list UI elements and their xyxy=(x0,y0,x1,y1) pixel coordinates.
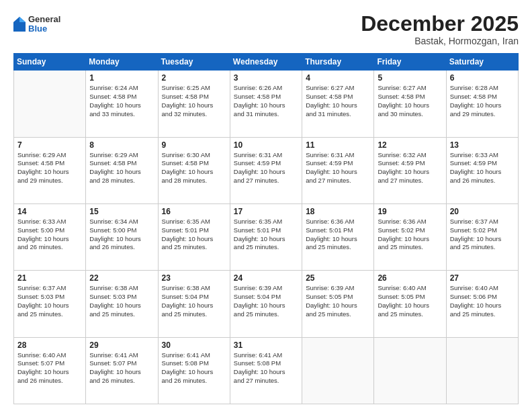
svg-marker-1 xyxy=(19,17,26,22)
calendar-weekday-saturday: Saturday xyxy=(446,54,518,71)
calendar-weekday-sunday: Sunday xyxy=(14,54,86,71)
title-block: December 2025 Bastak, Hormozgan, Iran xyxy=(361,12,519,46)
calendar-cell: 16Sunrise: 6:35 AM Sunset: 5:01 PM Dayli… xyxy=(158,203,230,270)
calendar-cell: 31Sunrise: 6:41 AM Sunset: 5:08 PM Dayli… xyxy=(230,337,302,404)
day-info: Sunrise: 6:31 AM Sunset: 4:59 PM Dayligh… xyxy=(234,151,298,185)
calendar-header-row: SundayMondayTuesdayWednesdayThursdayFrid… xyxy=(14,54,519,71)
day-info: Sunrise: 6:40 AM Sunset: 5:05 PM Dayligh… xyxy=(378,284,442,318)
day-info: Sunrise: 6:31 AM Sunset: 4:59 PM Dayligh… xyxy=(306,151,370,185)
day-number: 28 xyxy=(17,340,82,350)
calendar-cell: 12Sunrise: 6:32 AM Sunset: 4:59 PM Dayli… xyxy=(374,137,446,203)
calendar-cell: 9Sunrise: 6:30 AM Sunset: 4:58 PM Daylig… xyxy=(158,137,230,203)
calendar-cell: 8Sunrise: 6:29 AM Sunset: 4:58 PM Daylig… xyxy=(86,137,158,203)
day-number: 27 xyxy=(450,273,515,283)
calendar-cell: 14Sunrise: 6:33 AM Sunset: 5:00 PM Dayli… xyxy=(14,203,86,270)
day-info: Sunrise: 6:40 AM Sunset: 5:07 PM Dayligh… xyxy=(17,351,82,385)
day-info: Sunrise: 6:36 AM Sunset: 5:02 PM Dayligh… xyxy=(378,218,442,252)
logo-text: General Blue xyxy=(28,15,60,34)
day-number: 19 xyxy=(378,207,442,216)
day-number: 17 xyxy=(234,207,298,216)
day-number: 14 xyxy=(17,207,82,216)
calendar-cell xyxy=(302,337,374,404)
day-number: 21 xyxy=(17,273,82,283)
day-info: Sunrise: 6:41 AM Sunset: 5:07 PM Dayligh… xyxy=(89,351,154,385)
day-info: Sunrise: 6:30 AM Sunset: 4:58 PM Dayligh… xyxy=(162,151,226,185)
calendar-cell: 25Sunrise: 6:39 AM Sunset: 5:05 PM Dayli… xyxy=(302,271,374,337)
day-info: Sunrise: 6:25 AM Sunset: 4:58 PM Dayligh… xyxy=(162,84,226,118)
calendar-cell: 29Sunrise: 6:41 AM Sunset: 5:07 PM Dayli… xyxy=(86,337,158,404)
week-row-3: 14Sunrise: 6:33 AM Sunset: 5:00 PM Dayli… xyxy=(14,203,519,270)
day-info: Sunrise: 6:41 AM Sunset: 5:08 PM Dayligh… xyxy=(234,351,298,385)
subtitle: Bastak, Hormozgan, Iran xyxy=(361,36,519,46)
day-number: 15 xyxy=(89,207,154,216)
calendar-weekday-wednesday: Wednesday xyxy=(230,54,302,71)
calendar-cell: 23Sunrise: 6:38 AM Sunset: 5:04 PM Dayli… xyxy=(158,271,230,337)
day-number: 25 xyxy=(306,273,370,283)
day-number: 10 xyxy=(234,140,298,150)
day-info: Sunrise: 6:28 AM Sunset: 4:58 PM Dayligh… xyxy=(450,84,515,118)
calendar-cell: 17Sunrise: 6:35 AM Sunset: 5:01 PM Dayli… xyxy=(230,203,302,270)
day-number: 1 xyxy=(89,73,154,83)
calendar-cell: 7Sunrise: 6:29 AM Sunset: 4:58 PM Daylig… xyxy=(14,137,86,203)
day-info: Sunrise: 6:27 AM Sunset: 4:58 PM Dayligh… xyxy=(306,84,370,118)
calendar-table: SundayMondayTuesdayWednesdayThursdayFrid… xyxy=(13,53,519,404)
logo-icon xyxy=(13,17,26,32)
week-row-1: 1Sunrise: 6:24 AM Sunset: 4:58 PM Daylig… xyxy=(14,71,519,137)
day-number: 6 xyxy=(450,73,515,83)
day-number: 5 xyxy=(378,73,442,83)
calendar-cell: 5Sunrise: 6:27 AM Sunset: 4:58 PM Daylig… xyxy=(374,71,446,137)
calendar-cell: 26Sunrise: 6:40 AM Sunset: 5:05 PM Dayli… xyxy=(374,271,446,337)
day-info: Sunrise: 6:41 AM Sunset: 5:08 PM Dayligh… xyxy=(162,351,226,385)
day-info: Sunrise: 6:24 AM Sunset: 4:58 PM Dayligh… xyxy=(89,84,154,118)
week-row-5: 28Sunrise: 6:40 AM Sunset: 5:07 PM Dayli… xyxy=(14,337,519,404)
day-info: Sunrise: 6:35 AM Sunset: 5:01 PM Dayligh… xyxy=(234,218,298,252)
calendar-cell: 24Sunrise: 6:39 AM Sunset: 5:04 PM Dayli… xyxy=(230,271,302,337)
calendar-cell: 6Sunrise: 6:28 AM Sunset: 4:58 PM Daylig… xyxy=(446,71,518,137)
day-info: Sunrise: 6:40 AM Sunset: 5:06 PM Dayligh… xyxy=(450,284,515,318)
calendar-cell: 19Sunrise: 6:36 AM Sunset: 5:02 PM Dayli… xyxy=(374,203,446,270)
calendar-weekday-thursday: Thursday xyxy=(302,54,374,71)
header: General Blue December 2025 Bastak, Hormo… xyxy=(13,12,519,46)
day-info: Sunrise: 6:27 AM Sunset: 4:58 PM Dayligh… xyxy=(378,84,442,118)
day-info: Sunrise: 6:32 AM Sunset: 4:59 PM Dayligh… xyxy=(378,151,442,185)
calendar-weekday-tuesday: Tuesday xyxy=(158,54,230,71)
day-number: 8 xyxy=(89,140,154,150)
day-info: Sunrise: 6:38 AM Sunset: 5:04 PM Dayligh… xyxy=(162,284,226,318)
calendar-weekday-friday: Friday xyxy=(374,54,446,71)
day-number: 20 xyxy=(450,207,515,216)
day-info: Sunrise: 6:37 AM Sunset: 5:03 PM Dayligh… xyxy=(17,284,82,318)
day-info: Sunrise: 6:33 AM Sunset: 5:00 PM Dayligh… xyxy=(17,218,82,252)
day-info: Sunrise: 6:29 AM Sunset: 4:58 PM Dayligh… xyxy=(17,151,82,185)
day-number: 12 xyxy=(378,140,442,150)
day-number: 11 xyxy=(306,140,370,150)
day-number: 30 xyxy=(162,340,226,350)
calendar-cell: 15Sunrise: 6:34 AM Sunset: 5:00 PM Dayli… xyxy=(86,203,158,270)
day-number: 13 xyxy=(450,140,515,150)
calendar-cell: 1Sunrise: 6:24 AM Sunset: 4:58 PM Daylig… xyxy=(86,71,158,137)
day-number: 2 xyxy=(162,73,226,83)
day-info: Sunrise: 6:34 AM Sunset: 5:00 PM Dayligh… xyxy=(89,218,154,252)
day-number: 3 xyxy=(234,73,298,83)
day-info: Sunrise: 6:39 AM Sunset: 5:05 PM Dayligh… xyxy=(306,284,370,318)
day-number: 26 xyxy=(378,273,442,283)
calendar-cell: 28Sunrise: 6:40 AM Sunset: 5:07 PM Dayli… xyxy=(14,337,86,404)
calendar-cell: 11Sunrise: 6:31 AM Sunset: 4:59 PM Dayli… xyxy=(302,137,374,203)
calendar-cell xyxy=(374,337,446,404)
day-info: Sunrise: 6:38 AM Sunset: 5:03 PM Dayligh… xyxy=(89,284,154,318)
calendar-cell: 18Sunrise: 6:36 AM Sunset: 5:01 PM Dayli… xyxy=(302,203,374,270)
calendar-cell: 20Sunrise: 6:37 AM Sunset: 5:02 PM Dayli… xyxy=(446,203,518,270)
day-number: 18 xyxy=(306,207,370,216)
logo: General Blue xyxy=(13,15,60,34)
calendar-cell: 27Sunrise: 6:40 AM Sunset: 5:06 PM Dayli… xyxy=(446,271,518,337)
logo-blue: Blue xyxy=(28,24,60,34)
day-number: 23 xyxy=(162,273,226,283)
week-row-4: 21Sunrise: 6:37 AM Sunset: 5:03 PM Dayli… xyxy=(14,271,519,337)
day-number: 16 xyxy=(162,207,226,216)
calendar-cell: 2Sunrise: 6:25 AM Sunset: 4:58 PM Daylig… xyxy=(158,71,230,137)
day-info: Sunrise: 6:35 AM Sunset: 5:01 PM Dayligh… xyxy=(162,218,226,252)
day-number: 4 xyxy=(306,73,370,83)
day-info: Sunrise: 6:33 AM Sunset: 4:59 PM Dayligh… xyxy=(450,151,515,185)
week-row-2: 7Sunrise: 6:29 AM Sunset: 4:58 PM Daylig… xyxy=(14,137,519,203)
day-info: Sunrise: 6:37 AM Sunset: 5:02 PM Dayligh… xyxy=(450,218,515,252)
day-info: Sunrise: 6:39 AM Sunset: 5:04 PM Dayligh… xyxy=(234,284,298,318)
